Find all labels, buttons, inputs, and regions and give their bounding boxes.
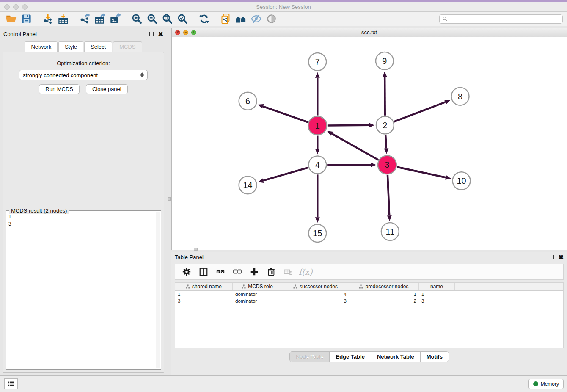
tab-network[interactable]: Network bbox=[25, 41, 58, 52]
float-panel-icon[interactable] bbox=[149, 32, 154, 36]
graph-edge-2-8[interactable] bbox=[394, 102, 445, 121]
toolbar-separator bbox=[74, 13, 74, 25]
export-network-icon bbox=[79, 13, 91, 25]
zoom-fit-button[interactable] bbox=[160, 13, 175, 25]
trash-icon bbox=[267, 267, 276, 276]
graph-edge-3-11[interactable] bbox=[388, 175, 389, 215]
export-image-button[interactable] bbox=[107, 13, 123, 25]
hide-selected-button[interactable] bbox=[248, 13, 264, 25]
control-panel: Control Panel ✖ Network Style Select MCD… bbox=[0, 29, 167, 374]
horizontal-splitter-grip[interactable] bbox=[194, 248, 198, 251]
refresh-button[interactable] bbox=[196, 13, 212, 25]
edge-arrowhead bbox=[384, 148, 388, 154]
optimization-criterion-select[interactable]: strongly connected component bbox=[19, 70, 148, 80]
delete-column-button[interactable] bbox=[265, 265, 278, 278]
table-row[interactable]: 1dominator411 bbox=[175, 291, 563, 298]
result-scrollbar[interactable] bbox=[156, 212, 160, 368]
function-builder-button[interactable]: f(x) bbox=[299, 267, 313, 276]
table-row[interactable]: 3dominator323 bbox=[175, 298, 563, 304]
column-header[interactable]: predecessor nodes bbox=[349, 283, 419, 290]
splitter-grip[interactable] bbox=[168, 197, 171, 201]
eye-slash-icon bbox=[250, 13, 262, 25]
graph-edge-1-6[interactable] bbox=[263, 106, 308, 122]
tab-style[interactable]: Style bbox=[58, 41, 83, 52]
delete-table-button[interactable] bbox=[282, 265, 295, 278]
graph-edge-2-9[interactable] bbox=[385, 77, 385, 116]
graph-edge-3-10[interactable] bbox=[397, 167, 446, 177]
table-panel-header: Table Panel ✖ bbox=[171, 252, 567, 262]
float-table-panel-icon[interactable] bbox=[550, 255, 554, 259]
table-settings-button[interactable] bbox=[180, 265, 193, 278]
table-cell[interactable]: 1 bbox=[175, 292, 233, 297]
node-label: 6 bbox=[245, 97, 250, 106]
graph-edge-4-14[interactable] bbox=[263, 168, 308, 181]
node-label: 7 bbox=[315, 57, 320, 66]
table-cell[interactable]: 3 bbox=[175, 298, 233, 304]
task-history-button[interactable] bbox=[4, 378, 18, 389]
save-session-button[interactable] bbox=[19, 13, 34, 25]
open-session-button[interactable] bbox=[3, 13, 19, 25]
table-cell[interactable]: 3 bbox=[282, 298, 349, 304]
graph-edge-1-2[interactable] bbox=[328, 125, 369, 126]
network-graph[interactable]: 7968124314101511 bbox=[172, 37, 567, 250]
table-cell[interactable]: 2 bbox=[349, 298, 419, 304]
tab-select[interactable]: Select bbox=[84, 41, 112, 52]
mcds-result-text[interactable]: 1 3 bbox=[8, 213, 155, 368]
vertical-splitter[interactable] bbox=[167, 26, 171, 375]
table-cell[interactable]: dominator bbox=[233, 292, 282, 297]
node-label: 15 bbox=[313, 229, 322, 238]
table-toolbar: f(x) bbox=[175, 264, 564, 280]
close-panel-icon[interactable]: ✖ bbox=[158, 31, 163, 37]
control-panel-tabs: Network Style Select MCDS bbox=[0, 41, 167, 52]
memory-button[interactable]: Memory bbox=[528, 379, 564, 389]
deselect-all-columns-button[interactable] bbox=[231, 265, 244, 278]
tab-node-table[interactable]: Node Table bbox=[290, 352, 330, 362]
graph-edge-2-3[interactable] bbox=[385, 135, 386, 149]
select-all-columns-button[interactable] bbox=[214, 265, 227, 278]
network-view-window: x − + scc.txt 7968124314101511 bbox=[171, 28, 567, 250]
table-cell[interactable]: 1 bbox=[349, 292, 419, 297]
new-network-document-icon bbox=[220, 13, 231, 25]
zoom-selected-button[interactable] bbox=[175, 13, 190, 25]
tab-motifs[interactable]: Motifs bbox=[421, 352, 449, 362]
gear-icon bbox=[182, 267, 191, 276]
graph-edge-3-1[interactable] bbox=[332, 134, 378, 160]
new-network-from-selection-button[interactable] bbox=[218, 13, 233, 25]
run-mcds-button[interactable]: Run MCDS bbox=[39, 84, 80, 94]
select-arrows-icon bbox=[140, 72, 144, 77]
close-table-panel-icon[interactable]: ✖ bbox=[558, 254, 564, 260]
show-all-button[interactable] bbox=[264, 13, 279, 25]
zoom-out-button[interactable] bbox=[144, 13, 160, 25]
table-cell[interactable]: 4 bbox=[282, 292, 349, 297]
edge-arrowhead bbox=[258, 104, 264, 108]
export-table-button[interactable] bbox=[92, 13, 107, 25]
tab-mcds[interactable]: MCDS bbox=[113, 41, 142, 52]
split-pane-button[interactable] bbox=[197, 265, 210, 278]
tab-network-table[interactable]: Network Table bbox=[371, 352, 421, 362]
add-column-button[interactable] bbox=[248, 265, 261, 278]
split-pane-icon bbox=[199, 267, 208, 276]
node-table[interactable]: shared nameMCDS rolesuccessor nodesprede… bbox=[175, 282, 564, 348]
column-header[interactable]: name bbox=[419, 283, 455, 290]
eye-disabled-icon bbox=[266, 13, 277, 25]
first-neighbors-button[interactable] bbox=[233, 13, 248, 25]
table-panel: Table Panel ✖ bbox=[171, 252, 567, 375]
table-cell[interactable]: 1 bbox=[419, 292, 455, 297]
zoom-in-button[interactable] bbox=[129, 13, 144, 25]
search-field[interactable] bbox=[439, 14, 563, 24]
network-window-titlebar[interactable]: x − + scc.txt bbox=[172, 28, 567, 37]
column-header[interactable]: shared name bbox=[175, 283, 233, 290]
search-input[interactable] bbox=[449, 16, 560, 22]
main-area: Control Panel ✖ Network Style Select MCD… bbox=[0, 26, 567, 375]
export-network-button[interactable] bbox=[77, 13, 92, 25]
table-cell[interactable]: dominator bbox=[233, 298, 282, 304]
table-cell[interactable]: 3 bbox=[419, 298, 455, 304]
toolbar-separator bbox=[126, 13, 126, 25]
close-panel-button[interactable]: Close panel bbox=[86, 84, 128, 94]
network-canvas[interactable]: 7968124314101511 bbox=[172, 37, 567, 250]
tab-edge-table[interactable]: Edge Table bbox=[330, 352, 371, 362]
import-network-button[interactable] bbox=[40, 13, 55, 25]
column-header[interactable]: MCDS role bbox=[233, 283, 282, 290]
column-header[interactable]: successor nodes bbox=[282, 283, 349, 290]
import-table-button[interactable] bbox=[55, 13, 71, 25]
